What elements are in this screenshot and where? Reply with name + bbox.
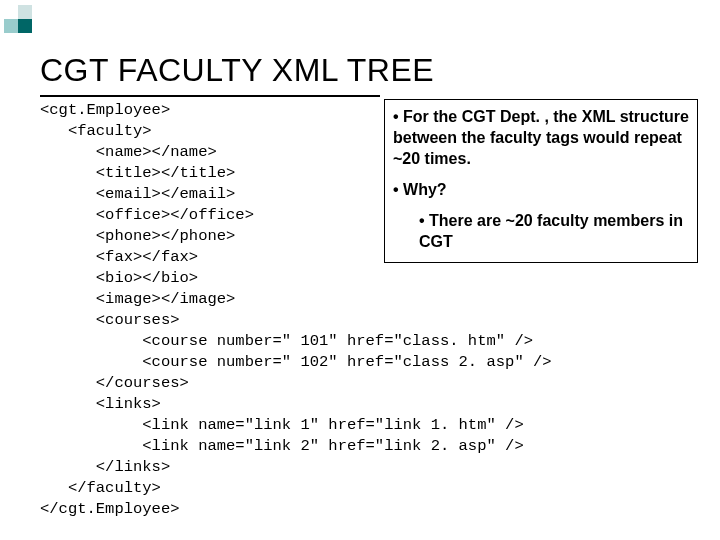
- corner-decoration: [2, 5, 42, 35]
- xml-line: <cgt.Employee>: [40, 101, 170, 119]
- xml-line: <title></title>: [40, 164, 235, 182]
- xml-line: </links>: [40, 458, 170, 476]
- deco-square: [4, 19, 18, 33]
- deco-square: [18, 5, 32, 19]
- xml-line: <faculty>: [40, 122, 152, 140]
- xml-line: <link name="link 1" href="link 1. htm" /…: [40, 416, 524, 434]
- xml-line: <bio></bio>: [40, 269, 198, 287]
- xml-line: <link name="link 2" href="link 2. asp" /…: [40, 437, 524, 455]
- xml-line: </cgt.Employee>: [40, 500, 180, 518]
- annotation-box: • For the CGT Dept. , the XML structure …: [384, 99, 698, 263]
- xml-line: <phone></phone>: [40, 227, 235, 245]
- title-underline: [40, 95, 380, 97]
- deco-square: [18, 19, 32, 33]
- xml-line: <course number=" 101" href="class. htm" …: [40, 332, 533, 350]
- xml-line: <email></email>: [40, 185, 235, 203]
- xml-line: <image></image>: [40, 290, 235, 308]
- xml-line: <links>: [40, 395, 161, 413]
- xml-line: <courses>: [40, 311, 180, 329]
- xml-line: <name></name>: [40, 143, 217, 161]
- xml-line: <fax></fax>: [40, 248, 198, 266]
- note-line-2: • Why?: [393, 179, 689, 200]
- xml-line: </courses>: [40, 374, 189, 392]
- xml-line: <office></office>: [40, 206, 254, 224]
- xml-line: </faculty>: [40, 479, 161, 497]
- note-line-3: • There are ~20 faculty members in CGT: [419, 210, 689, 252]
- note-line-1: • For the CGT Dept. , the XML structure …: [393, 106, 689, 169]
- xml-line: <course number=" 102" href="class 2. asp…: [40, 353, 552, 371]
- slide-title: CGT FACULTY XML TREE: [40, 52, 434, 89]
